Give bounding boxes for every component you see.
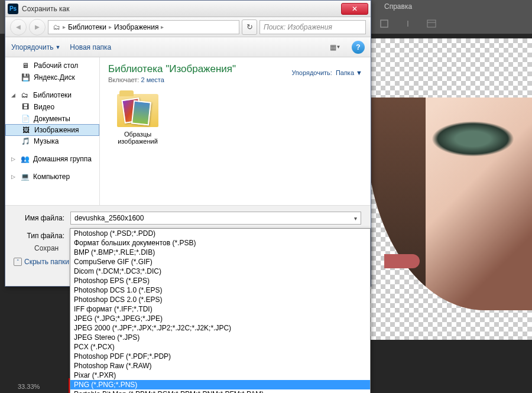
homegroup-icon: 👥 bbox=[20, 154, 30, 164]
dialog-toolbar: Упорядочить ▼ Новая папка ▦ ▼ ? bbox=[5, 37, 371, 57]
expand-icon[interactable]: ▷ bbox=[11, 174, 15, 180]
sidebar-item-computer[interactable]: ▷💻Компьютер bbox=[5, 171, 99, 183]
filetype-option[interactable]: JPEG 2000 (*.JPF;*.JPX;*.JP2;*.J2C;*.J2K… bbox=[70, 323, 370, 333]
sidebar-item-libraries[interactable]: ◢🗂Библиотеки bbox=[5, 89, 99, 101]
breadcrumb[interactable]: 🗂 ▸ Библиотеки ▸ Изображения ▸ bbox=[48, 20, 239, 34]
search-input[interactable]: Поиск: Изображения bbox=[259, 20, 366, 34]
video-icon: 🎞 bbox=[21, 102, 30, 112]
computer-icon: 💻 bbox=[20, 172, 30, 181]
svg-rect-2 bbox=[427, 20, 436, 27]
desktop-icon: 🖥 bbox=[21, 61, 30, 70]
sidebar-item-documents[interactable]: 📄Документы bbox=[5, 113, 99, 125]
filetype-option[interactable]: Pixar (*.PXR) bbox=[70, 371, 370, 380]
image-lips bbox=[384, 254, 420, 268]
hand-tool-icon[interactable] bbox=[378, 18, 390, 30]
filetype-label: Тип файла: bbox=[15, 232, 70, 240]
filetype-option[interactable]: Photoshop (*.PSD;*.PDD) bbox=[70, 229, 370, 238]
svg-rect-0 bbox=[381, 20, 388, 27]
filetype-option[interactable]: JPEG (*.JPG;*.JPEG;*.JPE) bbox=[70, 314, 370, 323]
filetype-option[interactable]: Photoshop PDF (*.PDF;*.PDP) bbox=[70, 352, 370, 361]
documents-icon: 📄 bbox=[21, 114, 30, 124]
sidebar-item-images[interactable]: 🖼Изображения bbox=[5, 124, 99, 136]
zoom-level[interactable]: 33.33% bbox=[18, 383, 40, 390]
library-icon: 🗂 bbox=[53, 23, 60, 31]
filetype-option[interactable]: Photoshop DCS 1.0 (*.EPS) bbox=[70, 285, 370, 295]
back-button[interactable]: ◄ bbox=[10, 19, 27, 35]
filetype-option[interactable]: BMP (*.BMP;*.RLE;*.DIB) bbox=[70, 248, 370, 257]
close-button[interactable]: ✕ bbox=[341, 3, 368, 15]
expand-icon[interactable]: ▷ bbox=[11, 156, 15, 162]
filetype-option[interactable]: Photoshop Raw (*.RAW) bbox=[70, 361, 370, 371]
chevron-up-icon: ˄ bbox=[14, 258, 22, 266]
filetype-option[interactable]: Photoshop EPS (*.EPS) bbox=[70, 276, 370, 285]
breadcrumb-seg-1[interactable]: Изображения bbox=[112, 23, 161, 31]
help-button[interactable]: ? bbox=[352, 41, 365, 54]
sidebar-item-music[interactable]: 🎵Музыка bbox=[5, 135, 99, 147]
folder-label: Образцы изображений bbox=[108, 131, 167, 145]
help-menu[interactable]: Справка bbox=[384, 2, 412, 11]
folder-icon bbox=[117, 94, 158, 127]
sidebar-item-yadisk[interactable]: 💾Яндекс.Диск bbox=[5, 72, 99, 83]
includes-link[interactable]: 2 места bbox=[141, 76, 164, 83]
filetype-option[interactable]: PNG (*.PNG;*.PNS) bbox=[70, 380, 370, 389]
filename-input[interactable]: devushka_2560x1600▾ bbox=[70, 212, 361, 225]
sidebar-item-homegroup[interactable]: ▷👥Домашняя группа bbox=[5, 153, 99, 165]
filename-label: Имя файла: bbox=[15, 214, 70, 222]
library-icon: 🗂 bbox=[20, 90, 30, 100]
sort-label: Упорядочить: bbox=[291, 69, 332, 76]
filetype-option[interactable]: JPEG Stereo (*.JPS) bbox=[70, 333, 370, 342]
images-icon: 🖼 bbox=[21, 125, 31, 135]
filetype-option[interactable]: Dicom (*.DCM;*.DC3;*.DIC) bbox=[70, 267, 370, 276]
filetype-option[interactable]: IFF формат (*.IFF;*.TDI) bbox=[70, 304, 370, 314]
sidebar-item-desktop[interactable]: 🖥Рабочий стол bbox=[5, 60, 99, 72]
dialog-titlebar[interactable]: Ps Сохранить как ✕ bbox=[5, 1, 371, 17]
organize-menu[interactable]: Упорядочить ▼ bbox=[11, 43, 60, 51]
forward-button[interactable]: ► bbox=[29, 19, 46, 35]
nav-bar: ◄ ► 🗂 ▸ Библиотеки ▸ Изображения ▸ ↻ Пои… bbox=[5, 17, 371, 37]
filetype-option[interactable]: CompuServe GIF (*.GIF) bbox=[70, 257, 370, 267]
ps-app-icon: Ps bbox=[8, 4, 18, 14]
filetype-option[interactable]: PCX (*.PCX) bbox=[70, 342, 370, 352]
content-pane: Библиотека "Изображения" Включает: 2 мес… bbox=[100, 57, 371, 205]
folder-item[interactable]: Образцы изображений bbox=[108, 94, 167, 145]
music-icon: 🎵 bbox=[21, 137, 30, 146]
filetype-option[interactable]: Portable Bit Map (*.PBM;*.PGM;*.PPM;*.PN… bbox=[70, 389, 370, 393]
panel-icon[interactable] bbox=[426, 18, 437, 30]
filetype-option[interactable]: Формат больших документов (*.PSB) bbox=[70, 238, 370, 248]
refresh-button[interactable]: ↻ bbox=[242, 20, 257, 35]
yadisk-icon: 💾 bbox=[21, 73, 30, 82]
expand-icon[interactable]: ◢ bbox=[11, 92, 15, 98]
view-mode-button[interactable]: ▦ ▼ bbox=[328, 41, 342, 54]
sort-dropdown[interactable]: Папка ▼ bbox=[336, 69, 362, 76]
new-folder-button[interactable]: Новая папка bbox=[70, 43, 111, 51]
save-section-label: Сохран bbox=[34, 244, 59, 252]
text-tool-icon[interactable]: I bbox=[402, 18, 414, 30]
sidebar: 🖥Рабочий стол 💾Яндекс.Диск ◢🗂Библиотеки … bbox=[5, 57, 100, 205]
filetype-option[interactable]: Photoshop DCS 2.0 (*.EPS) bbox=[70, 295, 370, 304]
hide-folders-link[interactable]: ˄ Скрыть папки bbox=[14, 258, 69, 266]
sidebar-item-video[interactable]: 🎞Видео bbox=[5, 101, 99, 113]
library-subtitle: Включает: 2 места bbox=[108, 76, 362, 83]
svg-text:I: I bbox=[407, 19, 409, 28]
filetype-dropdown-list[interactable]: Photoshop (*.PSD;*.PDD)Формат больших до… bbox=[70, 228, 371, 393]
dialog-title: Сохранить как bbox=[22, 5, 341, 13]
breadcrumb-seg-0[interactable]: Библиотеки bbox=[66, 23, 109, 31]
chevron-down-icon[interactable]: ▾ bbox=[354, 215, 357, 222]
